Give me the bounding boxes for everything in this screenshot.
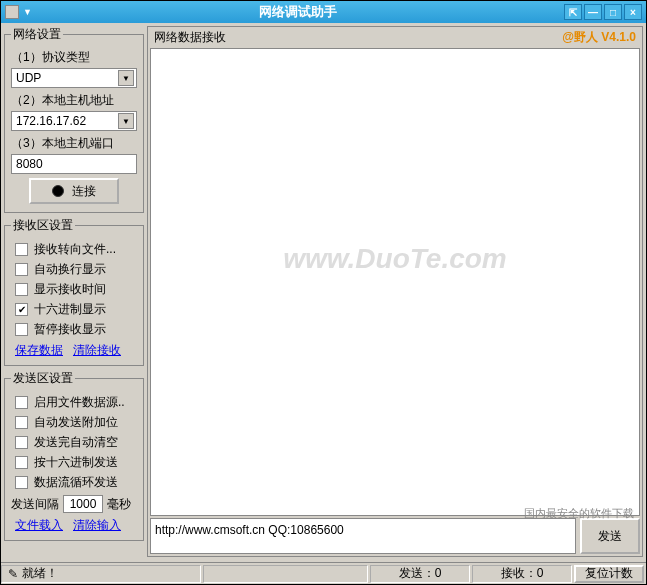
protocol-value: UDP bbox=[16, 71, 41, 85]
recv-option-1[interactable]: 自动换行显示 bbox=[11, 261, 137, 278]
chevron-down-icon: ▼ bbox=[118, 113, 134, 129]
maximize-button[interactable]: □ bbox=[604, 4, 622, 20]
status-recv-count: 接收：0 bbox=[472, 565, 572, 583]
network-settings-group: 网络设置 （1）协议类型 UDP ▼ （2）本地主机地址 172.16.17.6… bbox=[4, 26, 144, 213]
pin-button[interactable]: ⇱ bbox=[564, 4, 582, 20]
port-label: （3）本地主机端口 bbox=[11, 135, 137, 152]
recv-option-label: 显示接收时间 bbox=[34, 281, 106, 298]
ready-icon: ✎ bbox=[8, 567, 18, 581]
send-settings-legend: 发送区设置 bbox=[11, 370, 75, 387]
checkbox-icon bbox=[15, 396, 28, 409]
minimize-button[interactable]: — bbox=[584, 4, 602, 20]
titlebar-dropdown-icon[interactable]: ▼ bbox=[23, 7, 32, 17]
watermark: www.DuoTe.com bbox=[283, 243, 507, 275]
close-button[interactable]: × bbox=[624, 4, 642, 20]
protocol-select[interactable]: UDP ▼ bbox=[11, 68, 137, 88]
send-textarea[interactable]: http://www.cmsoft.cn QQ:10865600 bbox=[150, 518, 576, 554]
checkbox-icon bbox=[15, 436, 28, 449]
interval-input[interactable]: 1000 bbox=[63, 495, 103, 513]
clear-input-link[interactable]: 清除输入 bbox=[73, 517, 121, 534]
checkbox-icon bbox=[15, 243, 28, 256]
titlebar: ▼ 网络调试助手 ⇱ — □ × bbox=[1, 1, 646, 23]
status-ready-label: 就绪！ bbox=[22, 565, 58, 582]
save-data-link[interactable]: 保存数据 bbox=[15, 342, 63, 359]
send-option-label: 自动发送附加位 bbox=[34, 414, 118, 431]
checkbox-checked-icon: ✔ bbox=[15, 303, 28, 316]
statusbar: ✎ 就绪！ 发送：0 接收：0 复位计数 bbox=[1, 562, 646, 584]
recv-option-label: 接收转向文件... bbox=[34, 241, 116, 258]
recv-option-label: 十六进制显示 bbox=[34, 301, 106, 318]
host-label: （2）本地主机地址 bbox=[11, 92, 137, 109]
chevron-down-icon: ▼ bbox=[118, 70, 134, 86]
connect-label: 连接 bbox=[72, 183, 96, 200]
send-option-label: 数据流循环发送 bbox=[34, 474, 118, 491]
port-input[interactable]: 8080 bbox=[11, 154, 137, 174]
send-option-2[interactable]: 发送完自动清空 bbox=[11, 434, 137, 451]
interval-label: 发送间隔 bbox=[11, 496, 59, 513]
port-value: 8080 bbox=[16, 157, 43, 171]
recv-option-2[interactable]: 显示接收时间 bbox=[11, 281, 137, 298]
checkbox-icon bbox=[15, 283, 28, 296]
status-send-count: 发送：0 bbox=[370, 565, 470, 583]
send-option-1[interactable]: 自动发送附加位 bbox=[11, 414, 137, 431]
reset-count-button[interactable]: 复位计数 bbox=[574, 565, 644, 583]
recv-textarea[interactable]: www.DuoTe.com bbox=[150, 48, 640, 516]
recv-option-label: 暂停接收显示 bbox=[34, 321, 106, 338]
recv-option-4[interactable]: 暂停接收显示 bbox=[11, 321, 137, 338]
connect-button[interactable]: 连接 bbox=[29, 178, 119, 204]
recv-option-3[interactable]: ✔ 十六进制显示 bbox=[11, 301, 137, 318]
recv-settings-group: 接收区设置 接收转向文件... 自动换行显示 显示接收时间 ✔ 十六进制显示 bbox=[4, 217, 144, 366]
send-option-label: 启用文件数据源.. bbox=[34, 394, 125, 411]
recv-option-label: 自动换行显示 bbox=[34, 261, 106, 278]
host-value: 172.16.17.62 bbox=[16, 114, 86, 128]
recv-settings-legend: 接收区设置 bbox=[11, 217, 75, 234]
version-label: @野人 V4.1.0 bbox=[562, 29, 636, 46]
send-option-4[interactable]: 数据流循环发送 bbox=[11, 474, 137, 491]
app-icon bbox=[5, 5, 19, 19]
protocol-label: （1）协议类型 bbox=[11, 49, 137, 66]
network-legend: 网络设置 bbox=[11, 26, 63, 43]
send-option-label: 发送完自动清空 bbox=[34, 434, 118, 451]
status-dot-icon bbox=[52, 185, 64, 197]
window-title: 网络调试助手 bbox=[32, 3, 564, 21]
checkbox-icon bbox=[15, 476, 28, 489]
checkbox-icon bbox=[15, 323, 28, 336]
checkbox-icon bbox=[15, 456, 28, 469]
checkbox-icon bbox=[15, 416, 28, 429]
checkbox-icon bbox=[15, 263, 28, 276]
send-option-3[interactable]: 按十六进制发送 bbox=[11, 454, 137, 471]
send-option-0[interactable]: 启用文件数据源.. bbox=[11, 394, 137, 411]
interval-unit: 毫秒 bbox=[107, 496, 131, 513]
file-load-link[interactable]: 文件载入 bbox=[15, 517, 63, 534]
clear-recv-link[interactable]: 清除接收 bbox=[73, 342, 121, 359]
send-settings-group: 发送区设置 启用文件数据源.. 自动发送附加位 发送完自动清空 按十六进制发送 bbox=[4, 370, 144, 541]
host-select[interactable]: 172.16.17.62 ▼ bbox=[11, 111, 137, 131]
send-button[interactable]: 发送 bbox=[580, 518, 640, 554]
recv-data-legend: 网络数据接收 bbox=[154, 29, 226, 46]
recv-option-0[interactable]: 接收转向文件... bbox=[11, 241, 137, 258]
send-option-label: 按十六进制发送 bbox=[34, 454, 118, 471]
recv-data-group: 网络数据接收 @野人 V4.1.0 www.DuoTe.com http://w… bbox=[147, 26, 643, 557]
